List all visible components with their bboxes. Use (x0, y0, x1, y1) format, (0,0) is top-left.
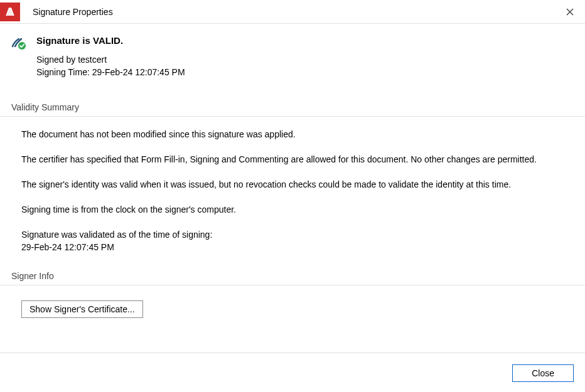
signed-by-text: Signed by testcert (36, 53, 185, 66)
validity-clock-text: Signing time is from the clock on the si… (21, 203, 574, 216)
validity-validated-label: Signature was validated as of the time o… (21, 228, 574, 241)
validity-summary-header: Validity Summary (0, 102, 585, 117)
validity-certifier-text: The certifier has specified that Form Fi… (21, 153, 574, 166)
validity-validated-time: 29-Feb-24 12:07:45 PM (21, 241, 574, 253)
status-heading: Signature is VALID. (36, 35, 185, 46)
close-icon[interactable] (557, 0, 582, 24)
dialog-footer: Close (0, 352, 585, 392)
status-row: Signature is VALID. Signed by testcert S… (0, 24, 585, 78)
app-icon (0, 3, 20, 21)
signer-info-header: Signer Info (0, 271, 585, 285)
signer-info-body: Show Signer's Certificate... (0, 285, 585, 318)
show-certificate-button[interactable]: Show Signer's Certificate... (21, 300, 143, 318)
signature-valid-icon (11, 35, 26, 50)
validity-summary-body: The document has not been modified since… (0, 117, 585, 253)
titlebar: Signature Properties (0, 0, 585, 24)
close-button[interactable]: Close (512, 364, 574, 382)
validity-identity-text: The signer's identity was valid when it … (21, 178, 574, 191)
status-text-block: Signature is VALID. Signed by testcert S… (36, 35, 185, 78)
signing-time-text: Signing Time: 29-Feb-24 12:07:45 PM (36, 66, 185, 78)
window-title: Signature Properties (33, 7, 557, 17)
validity-modification-text: The document has not been modified since… (21, 128, 574, 140)
